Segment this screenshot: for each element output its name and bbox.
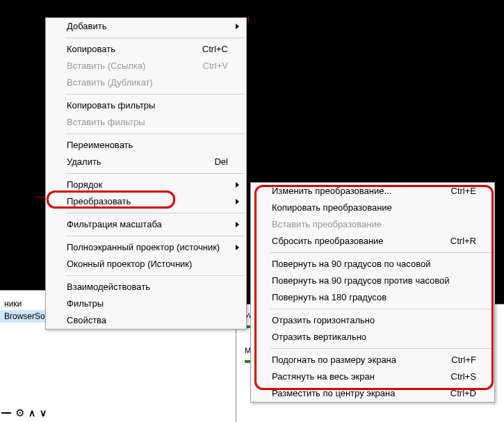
menu-item[interactable]: УдалитьDel <box>46 154 246 170</box>
menu-separator <box>65 213 245 213</box>
menu-item-label: Копировать фильтры <box>67 99 155 112</box>
menu-item-label: Фильтрация масштаба <box>67 218 162 231</box>
menu-item-label: Добавить <box>67 20 106 33</box>
menu-item-label: Повернуть на 90 градусов против часовой <box>272 275 450 287</box>
menu-item-label: Свойства <box>67 314 106 327</box>
menu-item[interactable]: Порядок <box>46 177 246 193</box>
remove-button[interactable] <box>1 412 11 414</box>
submenu-item[interactable]: Разместить по центру экранаCtrl+D <box>251 385 494 402</box>
submenu-item[interactable]: Подогнать по размеру экранаCtrl+F <box>251 352 494 368</box>
gear-icon[interactable] <box>15 407 24 419</box>
menu-item-label: Вставить (Дубликат) <box>67 76 153 89</box>
menu-item[interactable]: Полноэкранный проектор (источник) <box>46 239 246 256</box>
menu-item[interactable]: Свойства <box>46 312 246 329</box>
submenu-item[interactable]: Повернуть на 180 градусов <box>251 289 494 306</box>
menu-separator <box>65 173 245 174</box>
menu-item[interactable]: Преобразовать <box>46 193 246 210</box>
menu-item[interactable]: КопироватьCtrl+C <box>46 41 246 58</box>
menu-item-label: Отразить горизонтально <box>272 314 375 327</box>
menu-item[interactable]: Переименовать <box>46 137 246 154</box>
submenu-item[interactable]: Повернуть на 90 градусов по часовой <box>251 256 494 273</box>
menu-item-label: Повернуть на 180 градусов <box>272 291 387 304</box>
menu-item-label: Удалить <box>67 156 101 168</box>
menu-item-label: Вставить преобразование <box>272 218 382 231</box>
submenu-item[interactable]: Копировать преобразование <box>251 200 494 216</box>
menu-item-label: Сбросить преобразование <box>272 235 384 247</box>
sources-toolbar <box>1 407 47 419</box>
annotation-tick <box>248 17 249 22</box>
move-up-button[interactable] <box>29 407 35 419</box>
menu-item-label: Повернуть на 90 градусов по часовой <box>272 258 430 270</box>
menu-item-shortcut: Ctrl+S <box>451 371 476 383</box>
menu-item-shortcut: Del <box>214 156 228 168</box>
menu-item-label: Вставить фильтры <box>67 116 145 129</box>
annotation-tick <box>36 197 44 197</box>
submenu-item[interactable]: Сбросить преобразованиеCtrl+R <box>251 233 494 250</box>
menu-item[interactable]: Добавить <box>46 18 246 35</box>
submenu-item[interactable]: Отразить горизонтально <box>251 312 494 329</box>
menu-item-label: Копировать преобразование <box>272 202 392 214</box>
menu-separator <box>65 133 245 134</box>
menu-item-shortcut: Ctrl+V <box>203 60 228 72</box>
menu-item-label: Подогнать по размеру экрана <box>272 354 396 366</box>
menu-item-label: Вставить (Ссылка) <box>67 60 145 72</box>
menu-item-label: Порядок <box>67 179 102 191</box>
menu-item[interactable]: Вставить (Ссылка)Ctrl+V <box>46 58 246 74</box>
menu-item[interactable]: Взаимодействовать <box>46 279 246 295</box>
menu-separator <box>270 252 493 253</box>
submenu-item[interactable]: Растянуть на весь экранCtrl+S <box>251 368 494 385</box>
menu-separator <box>270 348 493 349</box>
menu-item-label: Отразить вертикально <box>272 331 366 343</box>
menu-separator <box>65 94 245 95</box>
menu-separator <box>65 236 245 236</box>
menu-item[interactable]: Оконный проектор (Источник) <box>46 256 246 273</box>
menu-item-shortcut: Ctrl+D <box>450 387 476 400</box>
menu-item-label: Растянуть на весь экран <box>272 371 375 383</box>
menu-item-label: Копировать <box>67 43 115 56</box>
transform-submenu: Изменить преобразование...Ctrl+EКопирова… <box>250 182 495 403</box>
submenu-item[interactable]: Повернуть на 90 градусов против часовой <box>251 273 494 289</box>
menu-item-shortcut: Ctrl+F <box>451 354 476 366</box>
move-down-button[interactable] <box>40 407 47 419</box>
context-menu: ДобавитьКопироватьCtrl+CВставить (Ссылка… <box>45 17 247 330</box>
menu-item[interactable]: Копировать фильтры <box>46 97 246 114</box>
menu-item-label: Фильтры <box>67 298 104 310</box>
menu-item[interactable]: Вставить фильтры <box>46 114 246 131</box>
menu-item-label: Взаимодействовать <box>67 281 150 293</box>
menu-separator <box>65 38 245 38</box>
menu-item[interactable]: Вставить (Дубликат) <box>46 74 246 91</box>
menu-item-label: Оконный проектор (Источник) <box>67 258 192 270</box>
submenu-item[interactable]: Вставить преобразование <box>251 216 494 233</box>
menu-item-shortcut: Ctrl+R <box>450 235 476 247</box>
submenu-item[interactable]: Изменить преобразование...Ctrl+E <box>251 183 494 200</box>
menu-item-label: Полноэкранный проектор (источник) <box>67 241 220 254</box>
menu-item-label: Преобразовать <box>67 195 131 208</box>
menu-item[interactable]: Фильтры <box>46 295 246 312</box>
menu-item[interactable]: Фильтрация масштаба <box>46 216 246 233</box>
menu-separator <box>65 275 245 276</box>
menu-item-label: Переименовать <box>67 139 133 152</box>
menu-item-label: Разместить по центру экрана <box>272 387 395 400</box>
submenu-item[interactable]: Отразить вертикально <box>251 329 494 346</box>
menu-item-shortcut: Ctrl+C <box>202 43 228 56</box>
menu-item-shortcut: Ctrl+E <box>451 185 476 197</box>
menu-separator <box>270 309 493 309</box>
menu-item-label: Изменить преобразование... <box>272 185 391 197</box>
